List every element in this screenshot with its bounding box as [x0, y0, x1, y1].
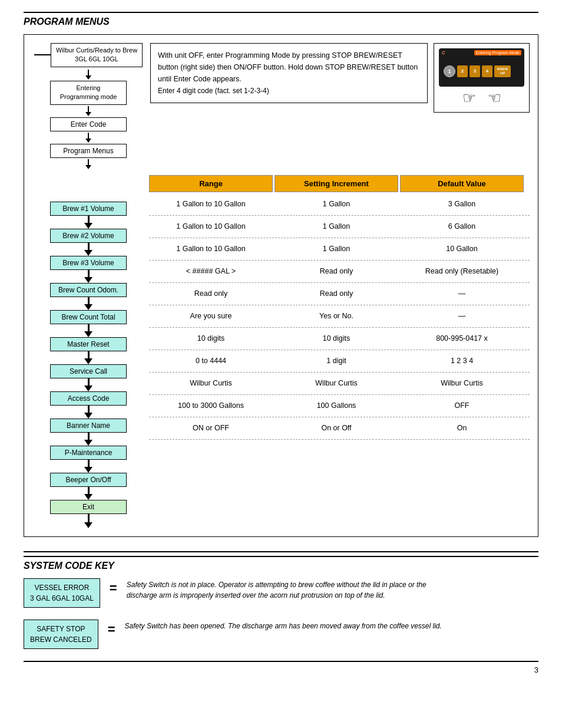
table-row: 1 Gallon to 10 Gallon 1 Gallon 10 Gallon [149, 238, 530, 261]
vessel-error-box: VESSEL ERROR 3 GAL 6GAL 10GAL [24, 578, 100, 608]
brew-count-odom-box: Brew Count Odom. [50, 283, 127, 297]
table-row: Read only Read only — [149, 283, 530, 305]
table-row [149, 440, 530, 462]
start-box: Wilbur Curtis/Ready to Brew 3GL 6GL 10GL [51, 43, 143, 67]
brew1-volume-box: Brew #1 Volume [50, 202, 127, 216]
system-code-key-section: SYSTEM CODE KEY VESSEL ERROR 3 GAL 6GAL … [24, 551, 538, 649]
instruction-box: With unit OFF, enter Programming Mode by… [150, 43, 428, 103]
flowchart-items-col: Brew #1 Volume Brew #2 Volume Brew #3 Vo… [32, 175, 144, 528]
table-row: ON or OFF On or Off On [149, 417, 530, 440]
page-number: 3 [534, 666, 538, 674]
access-code-box: Access Code [50, 391, 127, 406]
table-row: Are you sure Yes or No. — [149, 305, 530, 328]
table-row: < ##### GAL > Read only Read only (Reset… [149, 261, 530, 283]
table-col: Range Setting Increment Default Value 1 … [149, 175, 530, 462]
key-item-vessel-error: VESSEL ERROR 3 GAL 6GAL 10GAL = Safety S… [24, 578, 538, 608]
table-row: 100 to 3000 Gallons 100 Gallons OFF [149, 395, 530, 417]
table-row: 10 digits 10 digits 800-995-0417 x [149, 328, 530, 350]
vessel-error-description: Safety Switch is not in place. Operator … [127, 578, 451, 601]
exit-box: Exit [50, 500, 127, 514]
equals-sign-2: = [108, 620, 115, 637]
th-range: Range [149, 175, 273, 192]
equals-sign-1: = [110, 578, 117, 596]
banner-name-box: Banner Name [50, 419, 127, 433]
table-row: 1 Gallon to 10 Gallon 1 Gallon 6 Gallon [149, 216, 530, 238]
th-default: Default Value [400, 175, 524, 192]
brew2-volume-box: Brew #2 Volume [50, 229, 127, 243]
enter-code-box: Enter Code [50, 117, 127, 131]
p-maintenance-box: P-Maintenance [50, 446, 127, 460]
table-row: 0 to 4444 1 digit 1 2 3 4 [149, 350, 530, 373]
table-row: 1 Gallon to 10 Gallon 1 Gallon 3 Gallon [149, 193, 530, 216]
table-row: Wilbur Curtis Wilbur Curtis Wilbur Curti… [149, 373, 530, 395]
master-reset-box: Master Reset [50, 337, 127, 351]
brew3-volume-box: Brew #3 Volume [50, 256, 127, 270]
th-setting: Setting Increment [275, 175, 398, 192]
program-menus-box: Program Menus [50, 144, 127, 158]
key-item-safety-stop: SAFETY STOP BREW CANCELED = Safety Switc… [24, 620, 538, 649]
device-panel-box: C Entering Program Mode 1 2 3 4 BREWUP [434, 43, 530, 113]
system-key-title: SYSTEM CODE KEY [24, 556, 538, 571]
entering-programming-box: Entering Programming mode [50, 81, 127, 105]
page: PROGRAM MENUS Wilbur Curtis/Ready to Bre… [0, 0, 562, 674]
beeper-onoff-box: Beeper On/Off [50, 473, 127, 487]
brew-count-total-box: Brew Count Total [50, 310, 127, 324]
safety-stop-box: SAFETY STOP BREW CANCELED [24, 620, 98, 649]
section-title-program-menus: PROGRAM MENUS [24, 12, 538, 27]
safety-stop-description: Safety Switch has been opened. The disch… [125, 620, 442, 631]
service-call-box: Service Call [50, 364, 127, 378]
